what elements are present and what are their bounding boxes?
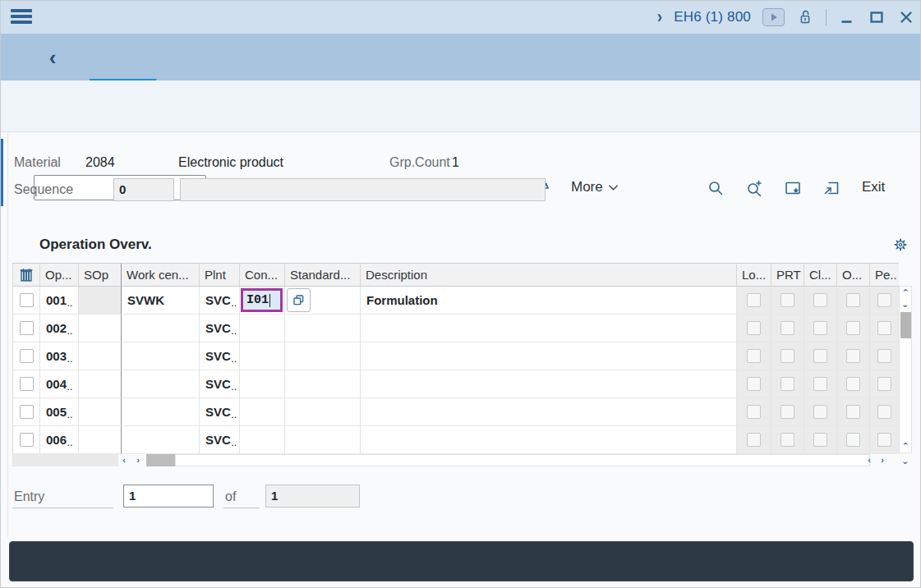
cell-op[interactable]: 006.. xyxy=(40,426,79,454)
cell-plant[interactable]: SVC.. xyxy=(200,426,240,454)
cell-control-key[interactable] xyxy=(240,370,285,398)
row-checkbox[interactable] xyxy=(20,377,34,391)
cell-plant[interactable]: SVC.. xyxy=(200,287,240,315)
row-checkbox[interactable] xyxy=(20,321,34,335)
table-vertical-scrollbar[interactable]: ⌃ ⌃ ⌃ xyxy=(899,286,912,453)
cell-sop[interactable] xyxy=(79,398,122,426)
col-header-op[interactable]: Op... xyxy=(40,264,79,287)
scroll-page-up-icon[interactable]: ⌃ xyxy=(900,441,911,452)
horizontal-scroll-thumb[interactable] xyxy=(146,454,175,466)
cell-standard-text[interactable] xyxy=(285,342,361,370)
cell-control-key[interactable] xyxy=(240,398,285,426)
cell-sop[interactable] xyxy=(79,342,122,370)
scroll-right-end-icon[interactable]: › xyxy=(877,455,888,466)
more-menu[interactable]: More xyxy=(571,179,619,195)
lo-checkbox xyxy=(747,321,761,335)
select-all-header[interactable] xyxy=(13,264,40,287)
col-header-pe[interactable]: Pe.. xyxy=(870,264,899,287)
col-header-cl[interactable]: Cl... xyxy=(804,264,837,287)
col-header-lo[interactable]: Lo... xyxy=(737,264,771,287)
cell-sop[interactable] xyxy=(79,287,122,315)
sequence-field[interactable]: 0 xyxy=(113,178,174,201)
menu-icon[interactable] xyxy=(11,9,32,25)
col-header-standard[interactable]: Standard... xyxy=(285,264,361,287)
row-checkbox[interactable] xyxy=(20,405,34,419)
cell-prt xyxy=(771,342,804,370)
cell-plant[interactable]: SVC.. xyxy=(200,398,240,426)
pe-checkbox xyxy=(877,405,891,419)
vertical-scroll-thumb[interactable] xyxy=(900,312,911,338)
cell-sop[interactable] xyxy=(79,315,122,342)
scroll-right-icon[interactable]: › xyxy=(132,455,144,466)
row-checkbox[interactable] xyxy=(20,433,34,447)
cell-description[interactable] xyxy=(361,426,737,454)
cell-work-center[interactable] xyxy=(122,370,200,398)
cell-sop[interactable] xyxy=(79,426,122,454)
cell-plant[interactable]: SVC.. xyxy=(200,370,240,398)
pe-checkbox xyxy=(877,349,891,363)
sequence-text-field[interactable] xyxy=(180,178,546,201)
cell-op[interactable]: 003.. xyxy=(40,342,79,370)
scroll-page-down-icon[interactable]: ⌃ xyxy=(900,455,911,466)
close-icon[interactable] xyxy=(897,8,915,26)
cell-op[interactable]: 002.. xyxy=(40,315,79,342)
scroll-left-icon[interactable]: ‹ xyxy=(118,455,130,466)
cell-work-center[interactable] xyxy=(122,315,200,342)
cell-sop[interactable] xyxy=(79,370,122,398)
new-window-icon[interactable] xyxy=(821,177,842,199)
col-header-o[interactable]: O... xyxy=(837,264,870,287)
row-checkbox[interactable] xyxy=(20,293,34,307)
cell-standard-text[interactable] xyxy=(285,426,361,454)
copy-value-button[interactable] xyxy=(287,288,311,312)
cell-work-center[interactable] xyxy=(122,426,200,454)
back-icon[interactable]: ‹ xyxy=(42,45,63,70)
cell-description[interactable] xyxy=(361,342,737,370)
truncation-marker: .. xyxy=(67,384,73,397)
entry-total-field[interactable]: 1 xyxy=(265,485,360,508)
col-header-sop[interactable]: SOp xyxy=(79,264,122,287)
row-checkbox[interactable] xyxy=(20,349,34,363)
cell-description[interactable] xyxy=(361,398,737,426)
cell-description[interactable]: Formulation xyxy=(361,287,737,315)
horizontal-track[interactable] xyxy=(175,454,870,466)
cell-control-key[interactable] xyxy=(240,426,285,454)
cell-standard-text[interactable] xyxy=(285,370,361,398)
exit-button[interactable]: Exit xyxy=(862,179,885,195)
cell-description[interactable] xyxy=(361,370,737,398)
cell-control-key[interactable] xyxy=(240,315,285,342)
table-settings-gear-icon[interactable] xyxy=(892,237,909,253)
col-header-description[interactable]: Description xyxy=(361,264,737,287)
col-header-control[interactable]: Con... xyxy=(240,264,285,287)
unlocked-icon[interactable] xyxy=(796,8,814,26)
col-header-plant[interactable]: Plnt xyxy=(200,264,240,287)
search-plus-icon[interactable] xyxy=(744,177,765,199)
cell-description[interactable] xyxy=(361,315,737,342)
truncation-marker: .. xyxy=(232,328,237,342)
maximize-icon[interactable] xyxy=(868,8,886,26)
scroll-left-end-icon[interactable]: ‹ xyxy=(863,455,875,466)
cell-control-key[interactable] xyxy=(240,342,285,370)
cell-work-center[interactable]: SVWK xyxy=(122,287,200,315)
cell-plant[interactable]: SVC.. xyxy=(200,342,240,370)
cell-work-center[interactable] xyxy=(122,342,200,370)
cell-standard-text[interactable] xyxy=(285,315,361,342)
cell-pe xyxy=(870,398,899,426)
gui-scripting-icon[interactable] xyxy=(762,8,785,26)
cell-plant[interactable]: SVC.. xyxy=(200,315,240,342)
scroll-down-icon[interactable]: ⌃ xyxy=(900,298,911,309)
group-counter-value: 1 xyxy=(452,155,459,170)
entry-field[interactable]: 1 xyxy=(123,485,214,508)
col-header-work-center[interactable]: Work cen... xyxy=(122,264,200,287)
cell-op[interactable]: 004.. xyxy=(40,370,79,398)
minimize-icon[interactable] xyxy=(838,8,856,26)
scroll-up-icon[interactable]: ⌃ xyxy=(900,287,911,298)
col-header-prt[interactable]: PRT xyxy=(771,264,804,287)
cell-work-center[interactable] xyxy=(122,398,200,426)
cell-standard-text[interactable] xyxy=(285,398,361,426)
cell-op[interactable]: 001.. xyxy=(40,287,79,315)
favorites-window-icon[interactable] xyxy=(782,177,804,199)
search-icon[interactable] xyxy=(705,177,726,199)
cell-op[interactable]: 005.. xyxy=(40,398,79,426)
session-chevron-icon[interactable]: › xyxy=(657,7,662,28)
control-key-input[interactable]: I01 xyxy=(241,288,283,312)
